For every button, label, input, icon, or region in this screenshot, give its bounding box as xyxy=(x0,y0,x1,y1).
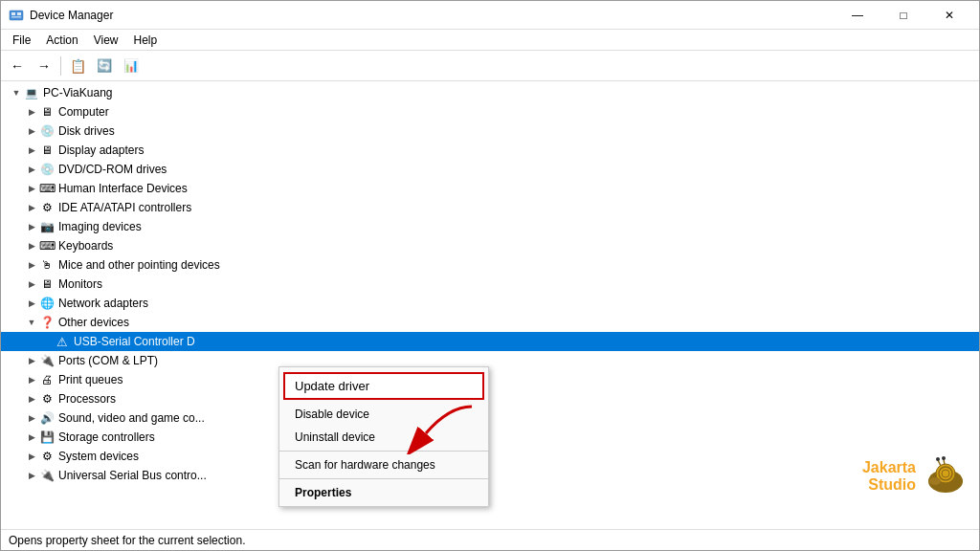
minimize-button[interactable]: — xyxy=(835,2,880,29)
system-label: System devices xyxy=(58,450,139,463)
svg-rect-3 xyxy=(11,16,21,18)
watermark-text: Jakarta Studio xyxy=(862,459,916,494)
list-item[interactable]: ⚙ System devices xyxy=(1,447,979,466)
expander-storage xyxy=(24,430,39,445)
expander-other xyxy=(24,315,39,330)
keyboard-label: Keyboards xyxy=(58,239,113,253)
usb-icon: 🔌 xyxy=(39,468,55,483)
menu-help[interactable]: Help xyxy=(126,32,166,49)
other-icon: ❓ xyxy=(39,315,55,330)
expander-proc xyxy=(24,391,39,407)
expander-imaging xyxy=(24,219,39,234)
monitors-label: Monitors xyxy=(58,277,102,291)
expander-network xyxy=(24,296,39,311)
title-text: Device Manager xyxy=(30,9,113,22)
list-item[interactable]: 🌐 Network adapters xyxy=(1,294,979,313)
list-item[interactable]: ⚙ Processors xyxy=(1,389,979,408)
root-icon xyxy=(24,85,39,100)
computer-icon: 🖥 xyxy=(39,104,55,120)
toolbar-properties-button[interactable]: 📋 xyxy=(65,55,90,77)
root-expander xyxy=(9,85,24,100)
disk-label: Disk drives xyxy=(58,124,115,138)
device-manager-window: Device Manager — □ ✕ File Action View He… xyxy=(0,0,980,551)
tree-root[interactable]: PC-ViaKuang xyxy=(1,83,979,102)
display-label: Display adapters xyxy=(58,143,144,157)
expander-display xyxy=(24,143,39,158)
toolbar: 📋 🔄 📊 xyxy=(1,51,979,81)
expander-ports xyxy=(24,353,39,368)
maximize-button[interactable]: □ xyxy=(881,2,925,29)
print-icon: 🖨 xyxy=(39,372,55,387)
expander-dvd xyxy=(24,162,39,177)
snail-icon xyxy=(922,452,969,500)
display-icon: 📊 xyxy=(123,58,139,73)
mice-icon: 🖱 xyxy=(39,257,55,273)
usb-warn-icon: ⚠ xyxy=(55,334,70,349)
list-item[interactable]: ⌨ Human Interface Devices xyxy=(1,179,979,198)
ide-label: IDE ATA/ATAPI controllers xyxy=(58,201,191,214)
dvd-label: DVD/CD-ROM drives xyxy=(58,163,167,176)
menu-file[interactable]: File xyxy=(5,32,38,49)
list-item[interactable]: 🔌 Ports (COM & LPT) xyxy=(1,351,979,370)
watermark-line2: Studio xyxy=(862,476,916,494)
root-label: PC-ViaKuang xyxy=(43,86,113,99)
svg-rect-2 xyxy=(17,12,21,15)
usb-serial-item[interactable]: ⚠ USB-Serial Controller D xyxy=(1,332,979,351)
list-item[interactable]: ⌨ Keyboards xyxy=(1,236,979,255)
toolbar-display-button[interactable]: 📊 xyxy=(119,55,144,77)
ctx-update-driver[interactable]: Update driver xyxy=(283,372,484,400)
network-icon: 🌐 xyxy=(39,296,55,311)
usb-label: Universal Serial Bus contro... xyxy=(58,469,207,482)
usb-serial-label: USB-Serial Controller D xyxy=(74,335,195,348)
toolbar-forward-button[interactable] xyxy=(32,55,56,77)
storage-label: Storage controllers xyxy=(58,430,155,444)
list-item[interactable]: 🖨 Print queues xyxy=(1,370,979,389)
ctx-scan-hardware[interactable]: Scan for hardware changes xyxy=(279,453,488,476)
list-item[interactable]: 🖥 Monitors xyxy=(1,275,979,294)
list-item[interactable]: 🖥 Display adapters xyxy=(1,141,979,160)
content-area: PC-ViaKuang 🖥 Computer 💿 Disk drives 🖥 D… xyxy=(1,81,979,529)
mice-label: Mice and other pointing devices xyxy=(58,258,220,272)
toolbar-scan-button[interactable]: 🔄 xyxy=(92,55,117,77)
list-item[interactable]: ⚙ IDE ATA/ATAPI controllers xyxy=(1,198,979,217)
list-item[interactable]: 💾 Storage controllers xyxy=(1,428,979,447)
list-item[interactable]: 💿 Disk drives xyxy=(1,121,979,141)
disk-icon: 💿 xyxy=(39,123,55,139)
dvd-icon: 💿 xyxy=(39,162,55,177)
svg-point-12 xyxy=(936,457,940,461)
svg-rect-1 xyxy=(11,12,15,15)
svg-point-9 xyxy=(929,477,941,485)
imaging-icon: 📷 xyxy=(39,219,55,234)
ctx-separator-2 xyxy=(279,478,488,479)
watermark: Jakarta Studio xyxy=(862,452,969,500)
title-bar-left: Device Manager xyxy=(9,8,113,23)
ports-label: Ports (COM & LPT) xyxy=(58,354,158,367)
title-bar: Device Manager — □ ✕ xyxy=(1,1,979,30)
expander-mice xyxy=(24,257,39,273)
expander-print xyxy=(24,372,39,387)
expander-disk xyxy=(24,123,39,139)
print-label: Print queues xyxy=(58,373,122,386)
back-icon xyxy=(11,58,24,74)
toolbar-back-button[interactable] xyxy=(5,55,30,77)
expander-computer xyxy=(24,104,39,120)
properties-icon: 📋 xyxy=(70,58,86,74)
list-item[interactable]: 🔊 Sound, video and game co... xyxy=(1,408,979,428)
list-item[interactable]: ❓ Other devices xyxy=(1,313,979,332)
arrow-down-icon xyxy=(12,88,21,98)
ctx-properties[interactable]: Properties xyxy=(279,481,488,504)
list-item[interactable]: 🖥 Computer xyxy=(1,102,979,121)
window-icon xyxy=(9,8,24,23)
expander-sound xyxy=(24,410,39,426)
list-item[interactable]: 🖱 Mice and other pointing devices xyxy=(1,255,979,275)
scan-icon: 🔄 xyxy=(97,58,112,73)
menu-action[interactable]: Action xyxy=(38,32,85,49)
list-item[interactable]: 💿 DVD/CD-ROM drives xyxy=(1,160,979,179)
device-tree[interactable]: PC-ViaKuang 🖥 Computer 💿 Disk drives 🖥 D… xyxy=(1,81,979,529)
close-button[interactable]: ✕ xyxy=(927,2,971,29)
list-item[interactable]: 📷 Imaging devices xyxy=(1,217,979,236)
monitors-icon: 🖥 xyxy=(39,276,55,292)
menu-view[interactable]: View xyxy=(86,32,126,49)
list-item[interactable]: 🔌 Universal Serial Bus contro... xyxy=(1,466,979,485)
network-label: Network adapters xyxy=(58,297,148,310)
